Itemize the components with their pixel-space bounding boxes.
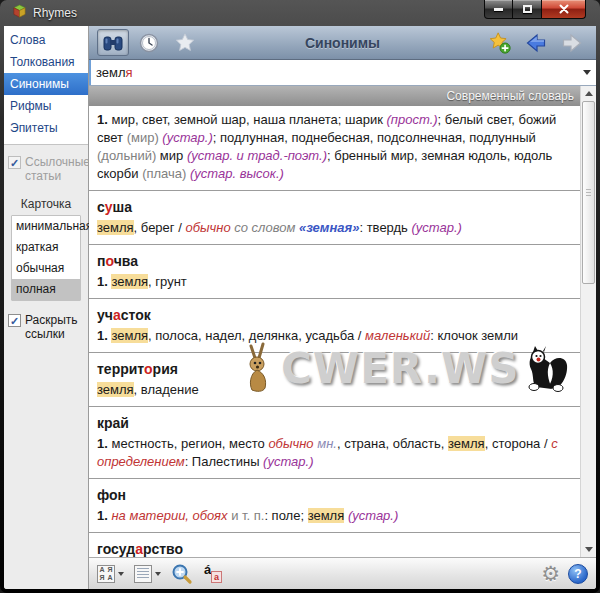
card-layout-icon — [134, 565, 152, 583]
dict-entry: территорияземля, владение — [89, 353, 580, 407]
search-value-stem: земл — [96, 65, 126, 80]
search-input[interactable]: земля — [89, 65, 578, 80]
reference-articles-label: Ссылочные статьи — [25, 155, 90, 183]
back-arrow-icon — [525, 33, 547, 53]
dict-entry: край1. местность, регион, место обычно м… — [89, 407, 580, 479]
card-option-полная[interactable]: полная — [12, 279, 80, 300]
checkbox-check-icon: ✓ — [8, 314, 21, 327]
dict-entry: 1. мир, свет, земной шар, наша планета; … — [89, 106, 580, 191]
window-controls — [484, 0, 586, 19]
add-favorite-button[interactable] — [484, 29, 516, 56]
dictionary-header: Современный словарь — [89, 86, 580, 106]
gear-icon: ⚙ — [541, 562, 560, 585]
scrollbar-thumb[interactable] — [582, 101, 595, 284]
dict-entry: сушаземля, берег / обычно со словом «зем… — [89, 191, 580, 245]
accent-marks-icon: á a — [203, 564, 222, 583]
sidebar-item-синонимы[interactable]: Синонимы — [4, 73, 88, 95]
sidebar-item-эпитеты[interactable]: Эпитеты — [4, 117, 88, 139]
forward-arrow-icon — [561, 33, 583, 53]
entry-headword[interactable]: участок — [97, 306, 572, 324]
chevron-down-icon — [583, 70, 591, 75]
window-title: Rhymes — [33, 6, 77, 20]
entry-headword[interactable]: суша — [97, 198, 572, 216]
forward-button[interactable] — [556, 29, 588, 56]
dictionary-source-label: Современный словарь — [446, 89, 574, 103]
entry-body: 1. на материи, обоях и т. п.: поле; земл… — [97, 507, 572, 525]
scrollbar-grip-icon — [586, 189, 591, 196]
minimize-icon — [494, 8, 503, 11]
entry-body: 1. мир, свет, земной шар, наша планета; … — [97, 111, 572, 183]
entry-body: 1. местность, регион, место обычно мн., … — [97, 435, 572, 471]
entry-body: 1. земля, грунт — [97, 273, 572, 291]
card-layout-button[interactable] — [134, 565, 161, 583]
search-combobox[interactable]: земля — [89, 60, 596, 86]
chevron-down-icon — [118, 572, 124, 576]
top-toolbar: Синонимы — [89, 26, 596, 60]
checkbox-check-icon: ✓ — [8, 156, 21, 169]
dict-entry: государство — [89, 533, 580, 557]
font-size-button[interactable]: АЯЯА — [97, 565, 124, 583]
sidebar-item-толкования[interactable]: Толкования — [4, 51, 88, 73]
minimize-button[interactable] — [484, 0, 513, 19]
card-section-label: Карточка — [8, 197, 84, 211]
bottom-toolbar: АЯЯА á a — [89, 557, 596, 589]
history-button[interactable] — [133, 29, 165, 56]
entry-body: земля, берег / обычно со словом «земная»… — [97, 219, 572, 237]
binoculars-icon — [103, 35, 123, 51]
entry-body: 1. земля, полоса, надел, делянка, усадьб… — [97, 327, 572, 345]
zoom-button[interactable] — [171, 563, 193, 585]
expand-links-label: Раскрыть ссылки — [25, 313, 84, 341]
settings-button[interactable]: ⚙ — [541, 563, 560, 584]
help-icon: ? — [574, 567, 581, 581]
sidebar-nav: СловаТолкованияСинонимыРифмыЭпитеты — [4, 26, 88, 145]
card-detail-listbox: минимальнаякраткаяобычнаяполная — [11, 215, 81, 301]
app-icon — [12, 4, 27, 23]
close-icon — [559, 4, 569, 14]
sidebar-item-рифмы[interactable]: Рифмы — [4, 95, 88, 117]
scrollbar-up-button[interactable] — [581, 86, 596, 101]
dict-entry: участок1. земля, полоса, надел, делянка,… — [89, 299, 580, 353]
back-button[interactable] — [520, 29, 552, 56]
entry-headword[interactable]: фон — [97, 486, 572, 504]
font-size-icon: АЯЯА — [97, 565, 115, 583]
card-option-краткая[interactable]: краткая — [12, 237, 80, 258]
entry-headword[interactable]: территория — [97, 360, 572, 378]
chevron-down-icon — [155, 572, 161, 576]
card-option-обычная[interactable]: обычная — [12, 258, 80, 279]
dict-entry: фон1. на материи, обоях и т. п.: поле; з… — [89, 479, 580, 533]
close-button[interactable] — [541, 0, 586, 19]
client-area: СловаТолкованияСинонимыРифмыЭпитеты ✓ Сс… — [4, 26, 596, 589]
star-icon — [174, 32, 196, 54]
triangle-down-icon — [585, 547, 593, 552]
help-button[interactable]: ? — [568, 564, 588, 584]
entry-headword[interactable]: почва — [97, 252, 572, 270]
entry-headword[interactable]: государство — [97, 540, 572, 557]
accent-marks-button[interactable]: á a — [203, 564, 222, 583]
scrollbar-down-button[interactable] — [581, 542, 596, 557]
zoom-in-icon — [171, 563, 193, 585]
maximize-icon — [523, 5, 532, 13]
entry-headword[interactable]: край — [97, 414, 572, 432]
search-dropdown-button[interactable] — [578, 60, 596, 85]
entries-list: 1. мир, свет, земной шар, наша планета; … — [89, 106, 580, 557]
sidebar: СловаТолкованияСинонимыРифмыЭпитеты ✓ Сс… — [4, 26, 89, 589]
search-mode-button[interactable] — [97, 29, 129, 56]
clock-icon — [139, 33, 159, 53]
favorites-button[interactable] — [169, 29, 201, 56]
app-window: Rhymes СловаТолкованияСинонимыРифмыЭпите… — [0, 0, 600, 593]
card-option-минимальная[interactable]: минимальная — [12, 216, 80, 237]
dict-entry: почва1. земля, грунт — [89, 245, 580, 299]
triangle-up-icon — [585, 91, 593, 96]
sidebar-item-слова[interactable]: Слова — [4, 29, 88, 51]
reference-articles-checkbox: ✓ Ссылочные статьи — [8, 155, 84, 183]
add-favorite-star-icon — [488, 31, 512, 55]
vertical-scrollbar[interactable] — [580, 86, 596, 557]
entry-body: земля, владение — [97, 381, 572, 399]
main-panel: Синонимы — [89, 26, 596, 589]
search-value-accent: я — [126, 65, 133, 80]
expand-links-checkbox[interactable]: ✓ Раскрыть ссылки — [8, 313, 84, 341]
maximize-button[interactable] — [513, 0, 541, 19]
